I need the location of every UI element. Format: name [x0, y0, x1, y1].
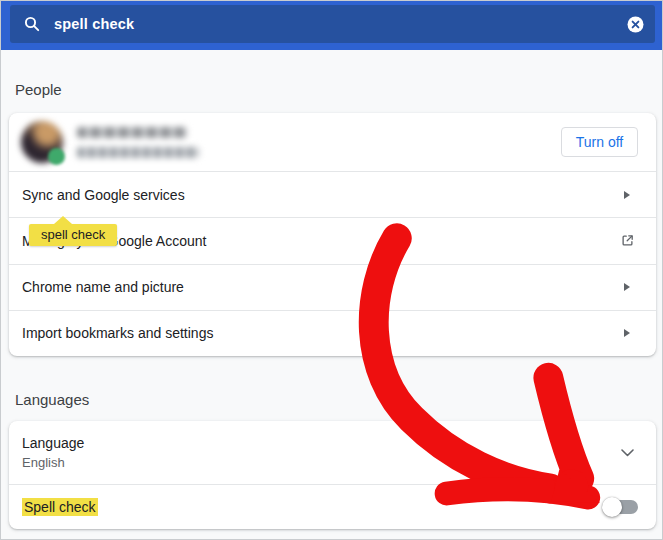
spell-check-toggle[interactable] [604, 497, 638, 517]
row-sync-and-google-services[interactable]: Sync and Google services [9, 171, 656, 217]
row-chrome-name-and-picture[interactable]: Chrome name and picture [9, 264, 656, 310]
settings-search-toolbar [1, 1, 663, 50]
language-row-text: Language English [22, 435, 84, 470]
settings-search-field[interactable] [10, 5, 655, 43]
toggle-knob [602, 497, 622, 517]
row-language[interactable]: Language English [9, 421, 656, 484]
blurred-profile-email [77, 147, 199, 158]
language-value: English [22, 455, 84, 470]
profile-row: Turn off [9, 113, 656, 171]
external-link-icon [616, 233, 638, 248]
chevron-right-icon [616, 329, 638, 337]
row-label: Sync and Google services [22, 187, 185, 203]
row-label: Import bookmarks and settings [22, 325, 213, 341]
clear-search-button[interactable] [615, 5, 655, 43]
circle-x-icon [627, 16, 644, 33]
avatar [21, 121, 63, 163]
chrome-settings-search-results-page: People Turn off Sync and Google services… [0, 0, 663, 540]
chevron-right-icon [616, 283, 638, 291]
row-spell-check[interactable]: Spell check [9, 484, 656, 529]
row-label: Chrome name and picture [22, 279, 184, 295]
sync-status-badge-icon [48, 148, 65, 165]
people-section-header: People [15, 81, 62, 98]
spell-check-label: Spell check [22, 498, 98, 516]
turn-off-sync-button[interactable]: Turn off [561, 127, 638, 157]
search-result-bubble: spell check [29, 224, 117, 246]
search-input[interactable] [54, 16, 615, 32]
languages-section-header: Languages [15, 391, 89, 408]
language-label: Language [22, 435, 84, 451]
chevron-down-icon [616, 449, 638, 457]
search-icon [10, 16, 54, 32]
row-import-bookmarks-and-settings[interactable]: Import bookmarks and settings [9, 310, 656, 356]
languages-card: Language English Spell check [9, 421, 656, 529]
chevron-right-icon [616, 191, 638, 199]
blurred-profile-name [77, 127, 187, 138]
profile-identity [77, 127, 199, 158]
